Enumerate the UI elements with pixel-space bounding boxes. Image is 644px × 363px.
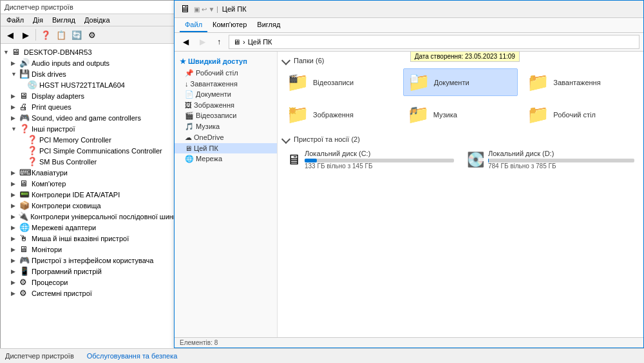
menu-computer-fe[interactable]: Комп'ютер [207, 18, 252, 32]
tree-arrow: ▼ [11, 126, 17, 132]
drive-d-icon: 💽 [467, 152, 484, 168]
drive-c[interactable]: 🖥 Локальний диск (C:) 133 ГБ вільно з 14… [283, 147, 458, 172]
tree-icon: ❓ [27, 135, 37, 144]
menu-file[interactable]: Файл [5, 15, 26, 25]
tree-arrow: ▶ [11, 202, 17, 209]
folder-images[interactable]: 📁🖼 Зображення [283, 101, 398, 128]
menu-view-fe[interactable]: Вигляд [252, 18, 285, 32]
tree-item[interactable]: ▶🖥Display adapters [1, 90, 180, 101]
nav-forward[interactable]: ▶ [195, 35, 209, 48]
menu-file-fe[interactable]: Файл [180, 18, 207, 32]
tree-arrow: ▼ [11, 71, 17, 77]
tree-item[interactable]: ▶🔊Audio inputs and outputs [1, 57, 180, 68]
tree-item[interactable]: ❓SM Bus Controller [1, 156, 180, 167]
folder-videos[interactable]: 📁🎬 Відеозаписи [283, 68, 398, 96]
monitor-icon: 🖥 [180, 3, 190, 15]
tree-arrow: ▼ [3, 49, 10, 55]
tree-item[interactable]: 💿HGST HUS722T1TALA604 [1, 79, 180, 90]
tree-item[interactable]: ❓PCI Memory Controller [1, 134, 180, 145]
tree-label: Пристрої з інтерфейсом користувача [32, 257, 153, 264]
refresh-button[interactable]: 🔄 [70, 28, 84, 42]
drive-d[interactable]: 💽 Локальний диск (D:) 784 ГБ вільно з 78… [463, 147, 638, 172]
tree-icon: 🎮 [19, 113, 30, 123]
tree-item[interactable]: ▶🌐Мережеві адаптери [1, 222, 180, 233]
tree-item[interactable]: ▶⚙Системні пристрої [1, 288, 180, 299]
tree-item[interactable]: ▶🖱Миша й інші вказівні пристрої [1, 233, 180, 244]
tree-icon: 📦 [19, 201, 30, 210]
menu-help[interactable]: Довідка [82, 15, 112, 25]
menu-view[interactable]: Вигляд [50, 15, 77, 25]
tree-label: PCI Memory Controller [39, 136, 111, 144]
sidebar-videos[interactable]: 🎬 Відеозаписи [175, 110, 277, 121]
sidebar-network[interactable]: 🌐 Мережа [175, 153, 277, 164]
drive-c-name: Локальний диск (C:) [305, 150, 454, 157]
sidebar-documents[interactable]: 📄 Документи [175, 89, 277, 100]
tree-item[interactable]: ▶🎮Sound, video and game controllers [1, 112, 180, 123]
tree-arrow: ▶ [11, 170, 17, 176]
tree-item[interactable]: ▶📟Контролери IDE ATA/ATAPI [1, 189, 180, 200]
drive-d-name: Локальний диск (D:) [488, 150, 634, 157]
nav-back[interactable]: ◀ [178, 35, 193, 48]
tree-item[interactable]: ▶📱Програмний пристрій [1, 266, 180, 277]
tree-icon: 🖥 [19, 244, 30, 254]
tree-arrow: ▶ [11, 104, 17, 110]
tree-icon: 🔌 [18, 211, 28, 221]
tree-item[interactable]: ▶⌨Клавіатури [1, 167, 180, 178]
tree-item[interactable]: ▶⚙Процесори [1, 277, 180, 288]
sidebar-images[interactable]: 🖼 Зображення [175, 100, 277, 110]
tree-item[interactable]: ▶🖥Монітори [1, 244, 180, 255]
tree-item[interactable]: ▶🖨Print queues [1, 101, 180, 112]
tree-item[interactable]: ▶🔌Контролери універсальної послідовної ш… [1, 211, 180, 222]
device-manager-titlebar: Диспетчер пристроїв [1, 1, 180, 14]
sidebar-this-pc[interactable]: 🖥 Цей ПК [175, 143, 277, 153]
items-count: Елементів: 8 [180, 339, 218, 346]
settings-button[interactable]: ⚙ [85, 28, 99, 42]
address-bar[interactable]: 🖥 › Цей ПК [229, 35, 639, 49]
bottom-service-link[interactable]: Обслуговування та безпека [87, 352, 178, 360]
tree-icon: ⚙ [19, 277, 30, 287]
tree-item[interactable]: ▼🖥DESKTOP-DBN4R53 [1, 46, 180, 57]
tree-label: HGST HUS722T1TALA604 [39, 81, 125, 89]
folder-documents[interactable]: 📁📄 Документи Дата створення: 23.05.2023 … [403, 68, 518, 96]
folder-downloads-icon: 📁⬇ [527, 72, 549, 93]
tree-item[interactable]: ▶📦Контролери сховища [1, 200, 180, 211]
tree-icon: ⚙ [19, 288, 30, 298]
sidebar-downloads[interactable]: ↓ Завантаження [175, 79, 277, 89]
menu-action[interactable]: Дія [31, 15, 45, 25]
back-button[interactable]: ◀ [3, 28, 17, 42]
drive-c-size: 133 ГБ вільно з 145 ГБ [305, 162, 454, 170]
tree-item[interactable]: ❓PCI Simple Communications Controller [1, 145, 180, 156]
tree-icon: 🔊 [19, 58, 30, 68]
help-button[interactable]: ❓ [39, 28, 53, 42]
folder-music[interactable]: 📁🎵 Музика [403, 101, 518, 128]
fe-statusbar: Елементів: 8 [175, 337, 643, 348]
tree-label: Програмний пристрій [32, 268, 102, 275]
tree-label: Display adapters [32, 92, 84, 100]
tree-arrow: ▶ [11, 60, 17, 66]
tree-item[interactable]: ▶🖥Комп'ютер [1, 178, 180, 189]
tree-icon: 🌐 [19, 222, 30, 232]
tree-arrow: ▶ [11, 268, 17, 275]
fe-main: Папки (6) 📁🎬 Відеозаписи 📁📄 Документи Да… [278, 52, 643, 337]
folder-downloads[interactable]: 📁⬇ Завантаження [523, 68, 638, 96]
tree-label: DESKTOP-DBN4R53 [24, 48, 92, 56]
tree-label: Мережеві адаптери [32, 224, 96, 231]
tree-item[interactable]: ▼💾Disk drives [1, 68, 180, 79]
device-manager-window: Диспетчер пристроїв Файл Дія Вигляд Дові… [0, 0, 180, 363]
tree-icon: 🖥 [19, 91, 30, 101]
nav-up[interactable]: ↑ [212, 35, 226, 48]
quick-access-header[interactable]: ★ Швидкий доступ [175, 55, 277, 68]
tree-icon: 🖨 [19, 102, 30, 112]
tree-icon: 📱 [19, 266, 30, 276]
sidebar-desktop[interactable]: 📌 Робочий стіл [175, 68, 277, 79]
sidebar-onedrive[interactable]: ☁ OneDrive [175, 132, 277, 143]
forward-button[interactable]: ▶ [19, 28, 33, 42]
sidebar-music[interactable]: 🎵 Музика [175, 121, 277, 132]
properties-button[interactable]: 📋 [54, 28, 68, 42]
tree-label: Процесори [32, 279, 68, 286]
folder-desktop[interactable]: 📁🖥 Робочий стіл [523, 101, 638, 128]
folder-videos-label: Відеозаписи [313, 79, 354, 86]
tree-item[interactable]: ▶🎮Пристрої з інтерфейсом користувача [1, 255, 180, 266]
tree-icon: 📟 [19, 190, 30, 199]
tree-item[interactable]: ▼❓Інші пристрої [1, 123, 180, 134]
